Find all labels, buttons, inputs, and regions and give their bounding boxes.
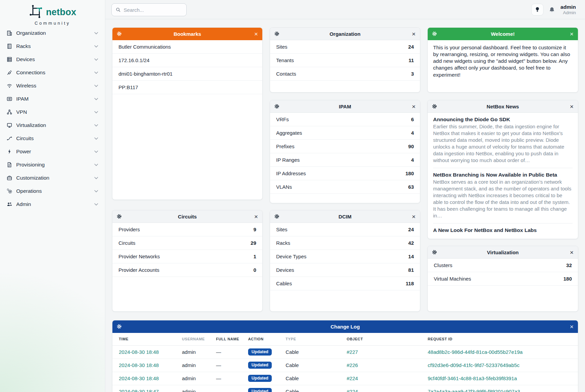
sidebar-item-connections[interactable]: Connections <box>0 66 105 79</box>
close-icon[interactable]: × <box>569 249 574 256</box>
type-cell: Cable <box>279 372 340 385</box>
sidebar-item-operations[interactable]: Operations <box>0 184 105 198</box>
topbar: admin Admin <box>105 0 585 19</box>
widget-config-icon[interactable] <box>117 324 122 329</box>
action-badge: Updated <box>248 375 272 382</box>
widget-config-icon[interactable] <box>432 104 437 109</box>
news-article-title[interactable]: A New Look For NetBox and NetBox Labs <box>433 227 573 233</box>
request-id-link[interactable]: cf92d3e6-d09d-41fc-9fd7-52337649ab5c <box>428 362 520 368</box>
sidebar-item-customization[interactable]: Customization <box>0 171 105 184</box>
netbox-news-widget: NetBox News × Announcing the Diode Go SD… <box>427 100 578 239</box>
request-id-link[interactable]: 9cf40fdf-3461-4c88-81a3-5feb39f8391a <box>428 375 517 381</box>
sidebar-item-wireless[interactable]: Wireless <box>0 79 105 92</box>
welcome-widget: Welcome! × This is your personal dashboa… <box>427 27 578 93</box>
widget-config-icon[interactable] <box>432 31 437 36</box>
sidebar-item-provisioning[interactable]: Provisioning <box>0 158 105 171</box>
close-icon[interactable]: × <box>253 31 258 37</box>
sidebar-item-devices[interactable]: Devices <box>0 53 105 66</box>
theme-toggle-button[interactable] <box>531 4 543 16</box>
chevron-down-icon <box>94 150 98 153</box>
bookmark-item[interactable]: Butler Communications <box>112 40 262 54</box>
chevron-down-icon <box>94 98 98 100</box>
search-input[interactable] <box>124 7 183 13</box>
time-link[interactable]: 2024-08-30 18:48 <box>119 349 159 355</box>
sidebar-item-organization[interactable]: Organization <box>0 26 105 40</box>
type-cell: Cable <box>279 345 340 359</box>
document-icon <box>6 162 12 168</box>
column-header: Time <box>112 333 176 345</box>
close-icon[interactable]: × <box>411 31 416 37</box>
column-header: Request ID <box>421 333 578 345</box>
widget-config-icon[interactable] <box>117 214 122 219</box>
chevron-down-icon <box>94 84 98 87</box>
time-link[interactable]: 2024-08-30 18:48 <box>119 375 159 381</box>
sidebar-nav: Organization Racks Devices Connections W <box>0 26 105 211</box>
full-name-cell: — <box>210 372 242 385</box>
sidebar-item-racks[interactable]: Racks <box>0 40 105 53</box>
widget-config-icon[interactable] <box>117 31 122 36</box>
stat-row: Aggregates 4 <box>270 126 420 140</box>
time-link[interactable]: 2024-08-30 18:48 <box>119 362 159 368</box>
server-icon <box>6 56 12 62</box>
close-icon[interactable]: × <box>569 31 574 37</box>
stat-row: VLANs 63 <box>270 180 420 194</box>
stat-row: Contacts 3 <box>270 67 420 81</box>
network-nodes-icon <box>6 109 12 115</box>
object-link[interactable]: #224 <box>347 375 358 381</box>
sidebar-item-circuits[interactable]: Circuits <box>0 132 105 145</box>
widget-title: Organization <box>279 31 411 37</box>
widget-config-icon[interactable] <box>274 31 279 36</box>
netbox-dashboard: netbox Community Organization Racks Devi… <box>0 0 585 392</box>
ipam-widget: IPAM × VRFs 6 Aggregates 4 Pr <box>270 100 420 203</box>
object-link[interactable]: #226 <box>347 362 358 368</box>
widget-config-icon[interactable] <box>432 250 437 255</box>
search-box <box>111 3 187 16</box>
close-icon[interactable]: × <box>569 323 574 330</box>
netbox-logo[interactable]: netbox Community <box>0 0 105 26</box>
object-link[interactable]: #227 <box>347 349 358 355</box>
chevron-down-icon <box>94 190 98 192</box>
notifications-button[interactable] <box>549 7 555 13</box>
close-icon[interactable]: × <box>569 103 574 110</box>
user-menu[interactable]: admin Admin <box>560 4 576 15</box>
stat-row: Devices 81 <box>270 263 420 277</box>
change-log-row: 2024-08-30 18:47 admin — Updated Cable #… <box>112 385 578 392</box>
chevron-down-icon <box>94 203 98 206</box>
news-article-title[interactable]: NetBox Branching is Now Available in Pub… <box>433 172 573 178</box>
close-icon[interactable]: × <box>411 213 416 220</box>
stat-row: Provider Accounts 0 <box>112 263 262 277</box>
building-icon <box>6 30 12 36</box>
chevron-down-icon <box>94 111 98 113</box>
column-header: Type <box>279 333 340 345</box>
widget-config-icon[interactable] <box>274 104 279 109</box>
gears-icon <box>6 188 12 194</box>
bookmark-item[interactable]: 172.16.0.1/24 <box>112 54 262 67</box>
sidebar: netbox Community Organization Racks Devi… <box>0 0 105 392</box>
brand-subtitle: Community <box>0 21 105 26</box>
sidebar-item-ipam[interactable]: IPAM <box>0 92 105 105</box>
time-link[interactable]: 2024-08-30 18:47 <box>119 389 159 392</box>
change-log-header-row: TimeUsernameFull NameActionTypeObjectReq… <box>112 333 578 345</box>
close-icon[interactable]: × <box>411 103 416 110</box>
sidebar-item-virtualization[interactable]: Virtualization <box>0 119 105 132</box>
bookmark-item[interactable]: dmi01-binghamton-rtr01 <box>112 67 262 81</box>
request-id-link[interactable]: 7a2a4a3a-aaa9-47f3-99f6-f89201c907a3 <box>428 389 520 392</box>
object-link[interactable]: #224 <box>347 389 358 392</box>
stat-row: Cables 118 <box>270 277 420 290</box>
stat-row: Racks 42 <box>270 236 420 250</box>
full-name-cell: — <box>210 385 242 392</box>
sidebar-item-vpn[interactable]: VPN <box>0 105 105 119</box>
sidebar-item-power[interactable]: Power <box>0 145 105 158</box>
sidebar-item-admin[interactable]: Admin <box>0 198 105 211</box>
action-badge: Updated <box>248 388 272 392</box>
widget-config-icon[interactable] <box>274 214 279 219</box>
news-article: Announcing the Diode Go SDK Earlier this… <box>433 113 573 168</box>
user-name: admin <box>560 4 576 10</box>
news-article-title[interactable]: Announcing the Diode Go SDK <box>433 116 573 123</box>
chevron-down-icon <box>94 163 98 166</box>
stat-row: Provider Networks 1 <box>112 250 262 263</box>
organization-widget: Organization × Sites 24 Tenants 11 <box>270 27 420 93</box>
close-icon[interactable]: × <box>253 213 258 220</box>
bookmark-item[interactable]: PP:B117 <box>112 81 262 94</box>
request-id-link[interactable]: 48ad8b2c-986d-44fd-81ca-00d55b27e19a <box>428 349 523 355</box>
